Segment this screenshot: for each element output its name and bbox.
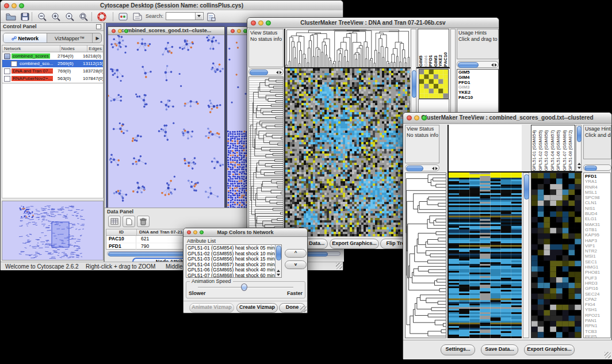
- close-icon[interactable]: [187, 231, 191, 235]
- tv2-labels-vscrollbar[interactable]: [576, 125, 582, 171]
- network-table-row[interactable]: combined_scores2764(0)16218(0): [2, 52, 103, 60]
- tv2-column-dendrogram[interactable]: [447, 125, 522, 171]
- zoom-icon[interactable]: [200, 231, 204, 235]
- tv1-gene-label[interactable]: YKE2: [458, 90, 497, 95]
- network-canvas[interactable]: [108, 35, 224, 208]
- tv2-gene-label[interactable]: RNR4: [585, 185, 609, 190]
- tv2-gene-label[interactable]: PHO81: [585, 270, 609, 275]
- map-colors-titlebar[interactable]: Map Colors to Network: [183, 228, 307, 237]
- export-graphics-button[interactable]: Export Graphics...: [330, 239, 379, 249]
- tv2-column-label[interactable]: GPL51-01 (GSM854): [531, 125, 538, 171]
- tv2-gene-label[interactable]: SEC24: [585, 292, 609, 297]
- tv2-gene-label[interactable]: YRA1: [585, 179, 609, 184]
- scroll-up-icon[interactable]: [277, 270, 280, 272]
- col-network[interactable]: Network: [2, 45, 60, 52]
- minimize-icon[interactable]: [12, 3, 17, 8]
- tv1-column-label[interactable]: GIM4: [423, 29, 429, 67]
- tv2-gene-label[interactable]: KAP95: [585, 232, 609, 237]
- create-vizmap-button[interactable]: Create Vizmap: [236, 303, 278, 313]
- tv2-column-label[interactable]: GPL51-07 (GSM868): [562, 125, 568, 171]
- tv1-column-label[interactable]: GIM3: [433, 29, 438, 67]
- attribute-list-vscrollbar-thumb[interactable]: [276, 246, 281, 260]
- tv1-column-label[interactable]: GIM5: [418, 29, 423, 67]
- scroll-right-icon[interactable]: [280, 71, 282, 74]
- treeview1-titlebar[interactable]: ClusterMaker TreeView : DNA and Tran 07-…: [247, 18, 499, 28]
- tv2-gene-label[interactable]: PUF3: [585, 275, 609, 281]
- animation-slider-thumb[interactable]: [241, 283, 247, 291]
- tv2-column-label[interactable]: GPL51-06 (GSM865): [556, 125, 562, 171]
- zoom-fit-icon[interactable]: [64, 12, 75, 22]
- tv2-left-hscrollbar-thumb[interactable]: [406, 166, 423, 171]
- tv1-gene-label[interactable]: PAC10: [458, 95, 497, 101]
- delete-attribute-icon[interactable]: [137, 216, 150, 227]
- tv1-gene-label[interactable]: GIM4: [458, 75, 497, 81]
- tv2-gene-label[interactable]: YSH1: [585, 307, 609, 312]
- minimize-icon[interactable]: [193, 231, 197, 235]
- resize-grip[interactable]: [605, 352, 611, 358]
- col-nodes[interactable]: Nodes: [60, 45, 88, 52]
- tv1-zoom-hscrollbar-thumb[interactable]: [458, 62, 479, 68]
- tv1-column-label[interactable]: PAC10: [443, 29, 448, 67]
- tv1-vscrollbar-thumb[interactable]: [412, 70, 416, 98]
- zoom-in-icon[interactable]: [50, 12, 62, 22]
- tv2-gene-label[interactable]: MSI1: [585, 254, 609, 259]
- minimize-icon[interactable]: [118, 29, 122, 33]
- scroll-left-icon[interactable]: [432, 167, 434, 170]
- scroll-up-icon[interactable]: [577, 163, 581, 165]
- tv1-column-label[interactable]: PFD1: [428, 29, 433, 67]
- close-icon[interactable]: [112, 29, 116, 33]
- tv2-gene-label[interactable]: PFD1: [585, 174, 609, 179]
- tv1-zoom-heatmap[interactable]: [419, 69, 449, 99]
- scroll-down-icon[interactable]: [577, 167, 581, 169]
- tv2-gene-label[interactable]: NIS1: [585, 206, 609, 211]
- attribute-list-item[interactable]: GPL51-07 (GSM868) heat shock 60 min: [188, 273, 280, 278]
- settings-button[interactable]: Settings...: [441, 344, 475, 355]
- tv1-gene-label[interactable]: PFD1: [458, 81, 497, 86]
- tv2-labels-vscrollbar-thumb[interactable]: [577, 126, 582, 142]
- scroll-left-icon[interactable]: [491, 63, 494, 67]
- zoom-icon[interactable]: [266, 20, 271, 25]
- scroll-left-icon[interactable]: [276, 71, 278, 74]
- tv2-column-label[interactable]: GPL51-03 (GSM856): [544, 125, 550, 171]
- tv2-gene-label[interactable]: MAK31: [585, 222, 609, 227]
- tv1-column-dendrogram[interactable]: [284, 29, 410, 67]
- network-table-row[interactable]: RNAPuberNov2+...563(0)107847(0): [2, 75, 103, 82]
- tab-vizmapper[interactable]: VizMapper™: [47, 33, 92, 43]
- save-data-button[interactable]: Save Data...: [481, 344, 518, 355]
- scroll-down-icon[interactable]: [277, 274, 280, 276]
- tv2-gene-label[interactable]: TCB3: [585, 329, 609, 334]
- tv2-gene-label[interactable]: BUD4: [585, 211, 609, 216]
- tab-network[interactable]: ☍ Network: [3, 33, 47, 43]
- tv1-gene-label[interactable]: GIM3: [458, 85, 497, 90]
- tv2-gene-label[interactable]: FIG4: [585, 302, 609, 307]
- col-edges[interactable]: Edges: [87, 45, 103, 52]
- close-icon[interactable]: [4, 3, 9, 8]
- tv2-gene-label[interactable]: PAN1: [585, 318, 609, 323]
- minimize-icon[interactable]: [237, 29, 241, 33]
- snapshot-icon[interactable]: [132, 12, 143, 22]
- tv1-column-label[interactable]: YKE2: [438, 29, 443, 67]
- tv2-gene-label[interactable]: PEP5: [585, 334, 609, 338]
- tv2-gene-label[interactable]: MSL1: [585, 190, 609, 195]
- tv2-vscrollbar[interactable]: [523, 173, 529, 338]
- new-attribute-icon[interactable]: [123, 216, 135, 227]
- attribute-list-vscrollbar[interactable]: [275, 245, 281, 277]
- attribute-list[interactable]: GPL51-01 (GSM854) heat shock 05 minGPL51…: [186, 244, 282, 278]
- birdseye-view[interactable]: [2, 201, 104, 260]
- animate-vizmap-button[interactable]: Animate Vizmap: [189, 303, 234, 313]
- tabs-overflow-arrow[interactable]: ▶: [92, 33, 102, 43]
- search-dropdown-icon[interactable]: [195, 13, 202, 20]
- tv2-gene-label[interactable]: HAP3: [585, 238, 609, 243]
- document-icon[interactable]: [205, 12, 217, 22]
- export-graphics-button[interactable]: Export Graphics...: [524, 344, 575, 355]
- tv2-gene-label[interactable]: CPA2: [585, 297, 609, 302]
- zoom-icon[interactable]: [19, 3, 24, 8]
- tv2-column-label[interactable]: GPL51-02 (GSM855): [538, 125, 544, 171]
- close-icon[interactable]: [251, 20, 256, 25]
- tv2-gene-label[interactable]: GTB1: [585, 227, 609, 232]
- tv2-gene-label[interactable]: ELG1: [585, 216, 609, 221]
- tv2-left-hscrollbar[interactable]: [405, 164, 439, 171]
- tv2-vscrollbar-thumb[interactable]: [524, 174, 529, 200]
- tv1-zoom-hscrollbar[interactable]: [457, 61, 499, 68]
- tv2-column-label[interactable]: GPL51-04 (GSM857): [550, 125, 556, 171]
